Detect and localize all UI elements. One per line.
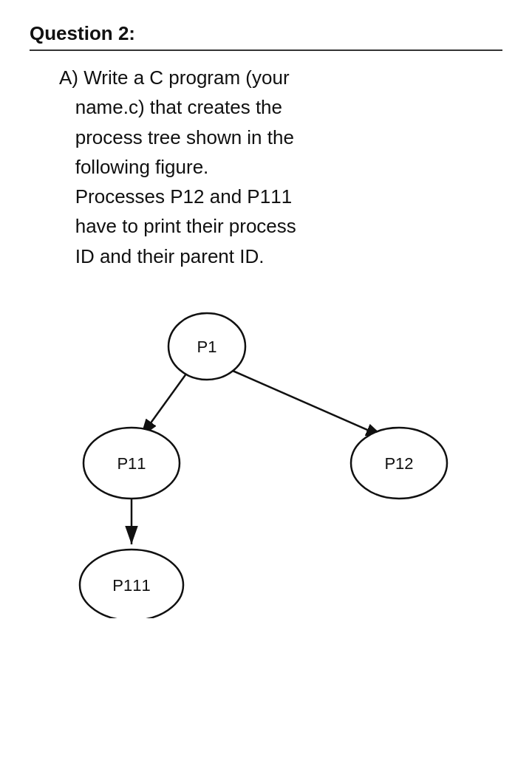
process-tree-svg: P1 P11 P12 P111 bbox=[44, 301, 502, 618]
part-a-text-line5: Processes P12 and P111 bbox=[75, 185, 292, 208]
question-body: A) Write a C program (your name.c) that … bbox=[59, 63, 502, 271]
part-a-line1: A) Write a C program (your bbox=[59, 63, 502, 92]
edge-p1-p12 bbox=[233, 371, 384, 437]
page-container: Question 2: A) Write a C program (your n… bbox=[30, 22, 502, 618]
part-a-text-line6: have to print their process bbox=[75, 215, 296, 237]
part-a-text-line7: ID and their parent ID. bbox=[75, 245, 265, 267]
question-number: Question 2: bbox=[30, 22, 135, 44]
node-p1-label: P1 bbox=[197, 338, 217, 356]
node-p111-label: P111 bbox=[112, 576, 150, 595]
part-a-line7: ID and their parent ID. bbox=[59, 242, 502, 271]
part-a-line3: process tree shown in the bbox=[59, 123, 502, 152]
edge-p1-p11 bbox=[140, 371, 188, 437]
part-a-line5: Processes P12 and P111 bbox=[59, 182, 502, 211]
part-a-line6: have to print their process bbox=[59, 211, 502, 241]
part-a-text-line2: name.c) that creates the bbox=[75, 96, 282, 118]
question-header: Question 2: bbox=[30, 22, 502, 51]
node-p12-label: P12 bbox=[384, 454, 413, 473]
part-a-text-line3: process tree shown in the bbox=[75, 126, 294, 148]
diagram-area: P1 P11 P12 P111 bbox=[44, 301, 502, 618]
part-a-label: A) bbox=[59, 66, 78, 89]
part-a-line2: name.c) that creates the bbox=[59, 92, 502, 122]
part-a-line4: following figure. bbox=[59, 152, 502, 182]
part-a-text-line4: following figure. bbox=[75, 156, 209, 178]
node-p11-label: P11 bbox=[117, 454, 146, 473]
part-a-text-line1: Write a C program (your bbox=[83, 66, 289, 89]
